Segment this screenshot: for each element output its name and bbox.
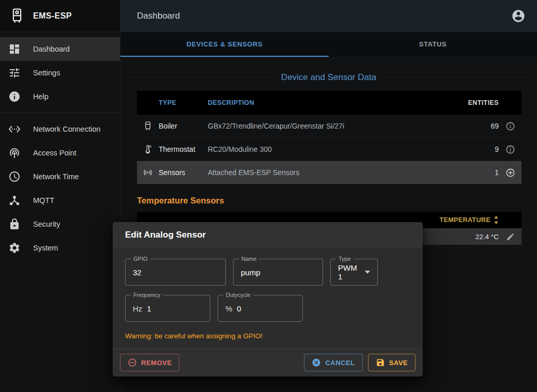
device-table-header: TYPE DESCRIPTION ENTITIES bbox=[137, 91, 521, 115]
col-header-entities: ENTITIES bbox=[463, 99, 499, 106]
gpio-field[interactable]: GPIO 32 bbox=[125, 259, 226, 286]
temperature-sensors-title: Temperature Sensors bbox=[137, 196, 537, 206]
sidebar-header: EMS-ESP bbox=[0, 0, 120, 32]
sensors-icon bbox=[137, 167, 159, 178]
save-button[interactable]: SAVE bbox=[368, 354, 416, 371]
gpio-warning-text: Warning: be careful when assigning a GPI… bbox=[125, 332, 410, 340]
device-type: Boiler bbox=[159, 122, 208, 130]
sidebar-item-dashboard[interactable]: Dashboard bbox=[0, 37, 120, 61]
dialog-title: Edit Analog Sensor bbox=[113, 222, 423, 247]
col-header-type: TYPE bbox=[159, 99, 208, 106]
sidebar-item-label: System bbox=[33, 244, 58, 252]
sort-arrows-icon bbox=[494, 216, 499, 224]
save-button-label: SAVE bbox=[389, 359, 408, 367]
divider-line bbox=[129, 77, 273, 78]
device-description: RC20/Moduline 300 bbox=[208, 145, 463, 153]
section-title: Device and Sensor Data bbox=[281, 72, 376, 83]
device-description: Attached EMS-ESP Sensors bbox=[208, 168, 463, 177]
device-description: GBx72/Trendline/Cerapur/Greenstar Si/27i bbox=[208, 122, 463, 130]
frequency-field[interactable]: Frequency Hz 1 bbox=[125, 295, 210, 322]
sidebar-item-label: Network Time bbox=[33, 173, 79, 181]
frequency-unit-prefix: Hz bbox=[133, 304, 142, 313]
remove-button[interactable]: REMOVE bbox=[120, 354, 179, 371]
dutycycle-unit-prefix: % bbox=[225, 304, 232, 313]
cancel-circle-icon bbox=[312, 358, 321, 367]
type-select[interactable]: Type PWM 1 bbox=[330, 259, 378, 286]
frequency-field-value: 1 bbox=[147, 304, 151, 313]
sidebar-item-label: MQTT bbox=[33, 196, 54, 205]
table-row-boiler[interactable]: Boiler GBx72/Trendline/Cerapur/Greenstar… bbox=[137, 115, 521, 138]
gear-icon bbox=[8, 242, 21, 254]
device-table: TYPE DESCRIPTION ENTITIES Boiler GBx72/T… bbox=[137, 91, 521, 184]
chevron-down-icon bbox=[365, 271, 370, 274]
account-circle-icon[interactable] bbox=[511, 9, 526, 23]
sidebar-item-network-connection[interactable]: Network Connection bbox=[0, 117, 120, 141]
sidebar-item-system[interactable]: System bbox=[0, 236, 120, 260]
type-select-value: PWM 1 bbox=[338, 263, 360, 281]
dialog-actions: REMOVE CANCEL SAVE bbox=[113, 348, 423, 377]
svg-text:A: A bbox=[149, 145, 152, 148]
name-field-label: Name bbox=[239, 256, 259, 262]
info-circle-icon[interactable] bbox=[499, 121, 521, 131]
dutycycle-field[interactable]: Dutycycle % 0 bbox=[218, 295, 303, 322]
sidebar-item-settings[interactable]: Settings bbox=[0, 61, 120, 85]
device-hub-icon bbox=[8, 194, 21, 207]
sidebar-item-label: Security bbox=[33, 220, 60, 228]
edit-pencil-icon[interactable] bbox=[499, 232, 521, 241]
device-entities: 69 bbox=[463, 122, 499, 130]
water-heater-icon bbox=[8, 7, 26, 25]
tab-status[interactable]: STATUS bbox=[329, 32, 537, 57]
remove-button-label: REMOVE bbox=[141, 359, 172, 367]
tune-icon bbox=[8, 67, 21, 79]
info-icon bbox=[8, 90, 21, 103]
dialog-body: GPIO 32 Name pump Type PWM 1 Frequency H… bbox=[113, 247, 423, 340]
tab-devices-sensors[interactable]: DEVICES & SENSORS bbox=[120, 32, 329, 57]
device-type: Sensors bbox=[159, 168, 208, 177]
sidebar-item-help[interactable]: Help bbox=[0, 85, 120, 108]
cancel-button-label: CANCEL bbox=[325, 359, 355, 367]
tab-bar: DEVICES & SENSORS STATUS bbox=[120, 32, 537, 57]
dutycycle-field-value: 0 bbox=[237, 304, 241, 313]
page-title: Dashboard bbox=[137, 11, 511, 21]
sidebar-divider bbox=[0, 113, 120, 113]
section-header: Device and Sensor Data bbox=[129, 72, 529, 83]
boiler-icon bbox=[137, 121, 159, 131]
antenna-icon bbox=[8, 147, 21, 159]
frequency-field-label: Frequency bbox=[131, 292, 163, 299]
save-icon bbox=[376, 358, 385, 367]
type-select-label: Type bbox=[336, 256, 354, 262]
lock-icon bbox=[8, 218, 21, 230]
add-circle-icon[interactable] bbox=[499, 168, 521, 178]
appbar: Dashboard bbox=[120, 0, 537, 32]
sidebar-item-access-point[interactable]: Access Point bbox=[0, 141, 120, 165]
cancel-button[interactable]: CANCEL bbox=[304, 354, 362, 371]
gpio-field-value: 32 bbox=[133, 268, 142, 277]
field-row-1: GPIO 32 Name pump Type PWM 1 bbox=[125, 259, 410, 286]
sidebar-item-label: Settings bbox=[33, 69, 60, 77]
device-entities: 9 bbox=[463, 145, 499, 153]
sidebar-item-security[interactable]: Security bbox=[0, 212, 120, 236]
device-entities: 1 bbox=[463, 168, 499, 177]
sidebar-item-label: Help bbox=[33, 92, 49, 101]
divider-line bbox=[385, 77, 529, 78]
ethernet-icon bbox=[8, 123, 21, 135]
field-row-2: Frequency Hz 1 Dutycycle % 0 bbox=[125, 295, 410, 322]
name-field-value: pump bbox=[241, 268, 260, 277]
gpio-field-label: GPIO bbox=[131, 256, 150, 262]
sidebar-item-mqtt[interactable]: MQTT bbox=[0, 189, 120, 212]
name-field[interactable]: Name pump bbox=[233, 259, 323, 286]
dutycycle-field-label: Dutycycle bbox=[223, 292, 253, 299]
sidebar-nav: Dashboard Settings Help Network Connecti… bbox=[0, 32, 120, 260]
thermostat-icon: A bbox=[137, 144, 159, 154]
edit-analog-sensor-dialog: Edit Analog Sensor GPIO 32 Name pump Typ… bbox=[113, 222, 423, 377]
app-title: EMS-ESP bbox=[33, 11, 72, 21]
table-row-thermostat[interactable]: A Thermostat RC20/Moduline 300 9 bbox=[137, 138, 521, 161]
device-type: Thermostat bbox=[159, 145, 208, 153]
info-circle-icon[interactable] bbox=[499, 145, 521, 154]
sidebar-item-label: Dashboard bbox=[33, 45, 70, 53]
table-row-sensors[interactable]: Sensors Attached EMS-ESP Sensors 1 bbox=[137, 161, 521, 184]
sidebar-item-label: Access Point bbox=[33, 149, 76, 157]
sidebar-item-network-time[interactable]: Network Time bbox=[0, 165, 120, 189]
clock-icon bbox=[8, 170, 21, 183]
remove-circle-icon bbox=[128, 358, 137, 367]
